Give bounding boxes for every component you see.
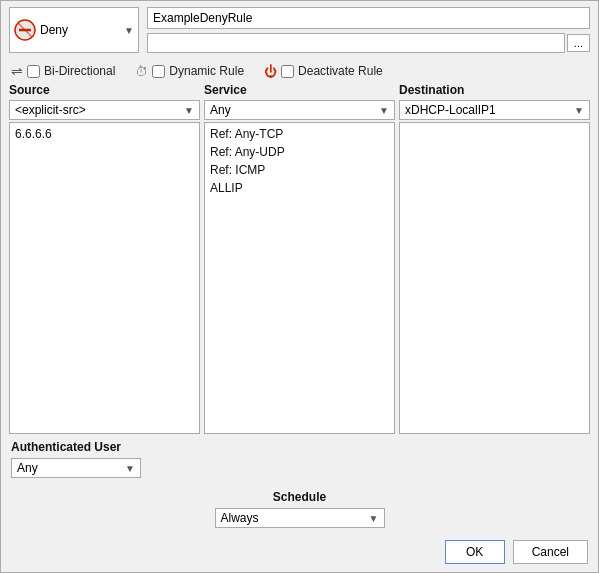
ok-button[interactable]: OK xyxy=(445,540,505,564)
deactivate-rule-label: Deactivate Rule xyxy=(298,64,383,78)
action-dropdown[interactable]: Deny ▼ xyxy=(9,7,139,53)
top-bar: Deny ▼ ... xyxy=(1,1,598,59)
destination-list[interactable] xyxy=(399,122,590,434)
source-header: Source xyxy=(9,83,200,97)
rule-name-input[interactable] xyxy=(147,7,590,29)
bottom-bar: OK Cancel xyxy=(1,532,598,572)
action-dropdown-arrow: ▼ xyxy=(124,25,134,36)
options-row: ⇌ Bi-Directional ⏱ Dynamic Rule ⏻ Deacti… xyxy=(1,59,598,83)
service-header: Service xyxy=(204,83,395,97)
schedule-header: Schedule xyxy=(273,490,326,504)
bidirectional-checkbox[interactable] xyxy=(27,65,40,78)
service-column: Service Any ▼ Ref: Any-TCP Ref: Any-UDP … xyxy=(204,83,395,434)
list-item: ALLIP xyxy=(205,179,394,197)
source-dropdown-label: <explicit-src> xyxy=(15,103,184,117)
auth-header: Authenticated User xyxy=(11,440,588,454)
bidirectional-option: ⇌ Bi-Directional xyxy=(11,63,115,79)
deactivate-option: ⏻ Deactivate Rule xyxy=(264,64,383,79)
service-dropdown-arrow: ▼ xyxy=(379,105,389,116)
dynamic-rule-option: ⏱ Dynamic Rule xyxy=(135,64,244,79)
dynamic-rule-label: Dynamic Rule xyxy=(169,64,244,78)
source-column: Source <explicit-src> ▼ 6.6.6.6 xyxy=(9,83,200,434)
bidirectional-icon: ⇌ xyxy=(11,63,23,79)
action-label: Deny xyxy=(40,23,120,37)
rule-description-input[interactable] xyxy=(147,33,565,53)
schedule-dropdown-label: Always xyxy=(221,511,369,525)
columns-area: Source <explicit-src> ▼ 6.6.6.6 Service … xyxy=(1,83,598,434)
schedule-dropdown-arrow: ▼ xyxy=(369,513,379,524)
service-dropdown-label: Any xyxy=(210,103,379,117)
main-dialog: Deny ▼ ... ⇌ Bi-Directional ⏱ Dynamic Ru… xyxy=(0,0,599,573)
source-dropdown[interactable]: <explicit-src> ▼ xyxy=(9,100,200,120)
rule-name-area: ... xyxy=(147,7,590,53)
dynamic-rule-checkbox[interactable] xyxy=(152,65,165,78)
destination-header: Destination xyxy=(399,83,590,97)
list-item: Ref: ICMP xyxy=(205,161,394,179)
auth-area: Authenticated User Any ▼ xyxy=(1,434,598,482)
service-list[interactable]: Ref: Any-TCP Ref: Any-UDP Ref: ICMP ALLI… xyxy=(204,122,395,434)
destination-column: Destination xDHCP-LocalIP1 ▼ xyxy=(399,83,590,434)
deactivate-checkbox[interactable] xyxy=(281,65,294,78)
bidirectional-label: Bi-Directional xyxy=(44,64,115,78)
service-dropdown[interactable]: Any ▼ xyxy=(204,100,395,120)
schedule-area: Schedule Always ▼ xyxy=(1,482,598,532)
deny-icon xyxy=(14,19,36,41)
deactivate-icon: ⏻ xyxy=(264,64,277,79)
auth-dropdown-arrow: ▼ xyxy=(125,463,135,474)
destination-dropdown[interactable]: xDHCP-LocalIP1 ▼ xyxy=(399,100,590,120)
rule-desc-row: ... xyxy=(147,33,590,53)
list-item: Ref: Any-TCP xyxy=(205,125,394,143)
schedule-dropdown[interactable]: Always ▼ xyxy=(215,508,385,528)
destination-dropdown-arrow: ▼ xyxy=(574,105,584,116)
auth-dropdown-label: Any xyxy=(17,461,125,475)
cancel-button[interactable]: Cancel xyxy=(513,540,588,564)
source-list[interactable]: 6.6.6.6 xyxy=(9,122,200,434)
list-item: Ref: Any-UDP xyxy=(205,143,394,161)
auth-dropdown[interactable]: Any ▼ xyxy=(11,458,141,478)
dynamic-rule-icon: ⏱ xyxy=(135,64,148,79)
list-item: 6.6.6.6 xyxy=(10,125,199,143)
source-dropdown-arrow: ▼ xyxy=(184,105,194,116)
destination-dropdown-label: xDHCP-LocalIP1 xyxy=(405,103,574,117)
more-button[interactable]: ... xyxy=(567,34,590,52)
